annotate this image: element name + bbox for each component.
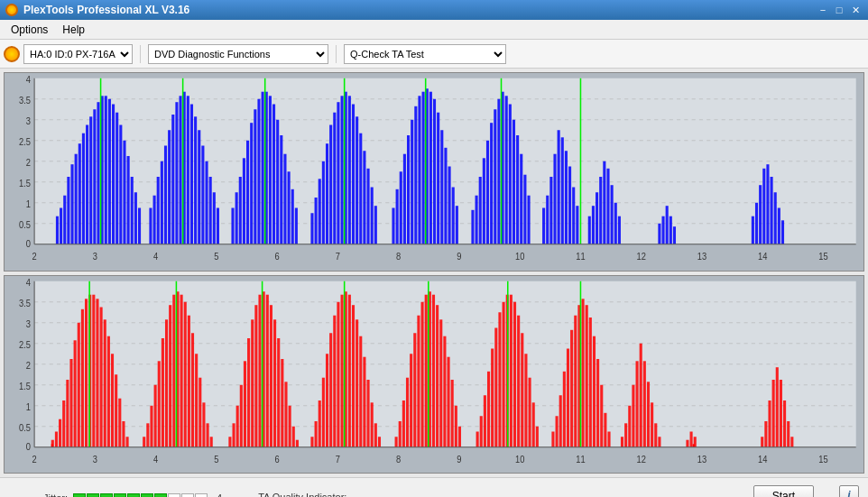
svg-rect-355 [651,402,653,446]
svg-rect-165 [666,206,669,244]
svg-rect-366 [780,380,782,447]
svg-text:7: 7 [336,454,340,465]
svg-rect-117 [418,96,420,244]
svg-rect-103 [352,105,355,244]
svg-text:11: 11 [576,252,585,262]
svg-rect-65 [187,96,189,244]
svg-rect-227 [85,299,88,446]
svg-rect-314 [476,431,479,446]
svg-rect-368 [787,421,790,447]
svg-rect-357 [658,437,660,447]
jitter-seg-9 [181,493,194,498]
svg-rect-283 [333,315,336,446]
svg-text:1: 1 [26,199,31,210]
svg-rect-71 [209,177,212,244]
svg-rect-367 [783,400,786,447]
svg-rect-78 [246,141,249,244]
svg-rect-128 [471,210,474,244]
svg-rect-362 [764,421,767,447]
start-button[interactable]: Start [753,485,814,497]
svg-text:1.5: 1.5 [19,382,31,392]
svg-rect-112 [400,171,402,244]
svg-rect-269 [270,305,272,447]
svg-rect-292 [366,380,369,447]
svg-text:9: 9 [457,454,461,465]
svg-rect-344 [600,384,603,446]
svg-rect-246 [169,305,171,447]
svg-rect-89 [288,171,291,244]
test-dropdown[interactable]: Q-Check TA Test [344,44,506,64]
close-button[interactable]: ✕ [848,3,863,17]
svg-text:3: 3 [26,116,32,127]
svg-rect-266 [258,294,261,446]
svg-rect-104 [356,116,358,244]
jitter-seg-6 [141,493,153,498]
jitter-seg-5 [127,493,140,498]
info-button[interactable]: i [839,485,859,497]
svg-rect-118 [422,92,425,244]
svg-rect-122 [437,113,439,244]
jitter-seg-2 [87,493,99,498]
svg-rect-87 [280,135,282,244]
svg-rect-171 [762,169,765,244]
svg-rect-243 [158,361,161,446]
svg-rect-277 [310,437,313,447]
svg-rect-226 [81,308,84,446]
svg-text:8: 8 [396,454,402,465]
svg-rect-289 [356,319,358,446]
svg-rect-68 [198,130,200,244]
svg-rect-334 [563,371,566,446]
drive-selector: HA:0 ID:0 PX-716A [4,44,133,64]
svg-rect-229 [92,294,95,446]
svg-rect-85 [272,105,275,244]
svg-rect-69 [201,146,204,244]
svg-rect-302 [417,315,420,446]
svg-text:3.5: 3.5 [19,96,31,106]
svg-rect-34 [63,196,66,244]
svg-rect-325 [517,315,520,446]
svg-rect-312 [455,405,457,446]
function-dropdown[interactable]: DVD Diagnostic Functions [148,44,328,64]
window-controls: − □ ✕ [816,3,863,17]
svg-rect-92 [310,213,313,244]
svg-rect-145 [546,196,549,244]
svg-rect-316 [484,395,486,447]
svg-rect-281 [326,354,328,447]
svg-rect-80 [254,109,256,244]
svg-rect-274 [289,405,291,446]
menu-help[interactable]: Help [55,22,92,38]
svg-rect-309 [443,336,446,446]
svg-rect-175 [778,208,780,244]
ta-quality-section: TA Quality Indicator: Very Good [258,492,346,498]
svg-rect-230 [96,299,98,446]
svg-text:4: 4 [153,252,159,262]
bottom-chart-svg: 4 3.5 3 2.5 2 1.5 1 0.5 0 2 3 4 5 6 7 8 … [5,276,863,474]
svg-rect-140 [516,135,519,244]
svg-rect-329 [532,402,535,446]
svg-rect-223 [69,359,72,447]
svg-rect-313 [458,426,461,446]
svg-rect-157 [599,177,602,244]
svg-text:0: 0 [26,441,32,452]
svg-rect-81 [257,99,260,244]
svg-rect-153 [576,206,578,244]
svg-rect-259 [232,423,235,446]
menu-options[interactable]: Options [4,22,55,38]
maximize-button[interactable]: □ [832,3,846,17]
drive-dropdown[interactable]: HA:0 ID:0 PX-716A [23,44,133,64]
svg-rect-257 [210,437,213,447]
svg-rect-361 [761,437,763,447]
svg-rect-141 [520,154,522,244]
svg-rect-294 [374,423,377,446]
svg-rect-40 [86,125,88,244]
svg-rect-74 [231,208,234,244]
svg-rect-285 [341,294,344,446]
svg-rect-275 [292,426,295,446]
minimize-button[interactable]: − [816,3,830,17]
svg-text:3.5: 3.5 [19,299,31,309]
svg-rect-280 [322,377,325,446]
svg-rect-156 [596,192,598,244]
svg-rect-332 [556,416,559,447]
svg-rect-125 [448,167,451,244]
svg-rect-258 [228,437,231,447]
